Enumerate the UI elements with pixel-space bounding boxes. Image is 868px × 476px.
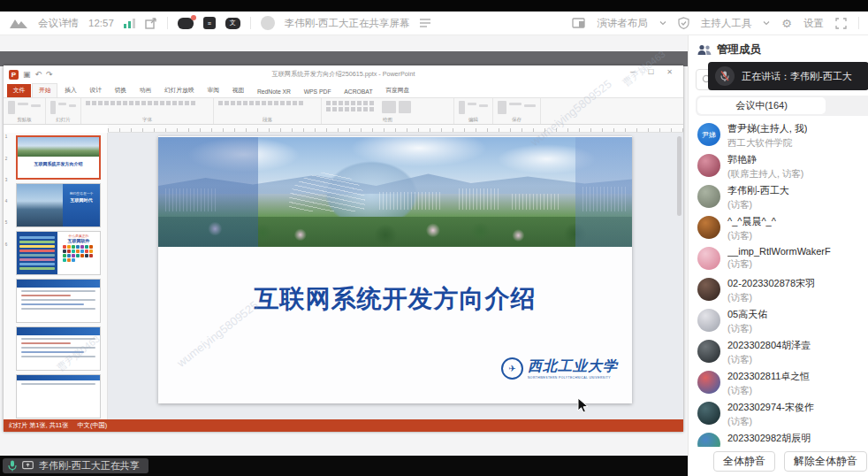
slide-thumbnail-6[interactable] <box>16 374 101 418</box>
participant-role: (访客) <box>727 258 831 271</box>
mic-muted-icon <box>720 71 729 81</box>
ribbon-tab-2[interactable]: 插入 <box>58 84 82 97</box>
ribbon-tab-5[interactable]: 动画 <box>133 84 157 97</box>
mouse-cursor <box>577 397 589 413</box>
slide-scrollbar[interactable] <box>677 136 681 216</box>
thumbnail-number: 4 <box>5 199 8 203</box>
ribbon-tab-12[interactable]: 百度网盘 <box>379 84 415 97</box>
participant-row[interactable]: 2023302804胡泽壹(访客) <box>697 339 868 370</box>
chevron-down-icon <box>763 19 770 27</box>
ribbon-group-0[interactable]: 剪贴板 <box>4 98 46 124</box>
panel-header: 管理成员 <box>697 42 761 58</box>
ppt-title-bar: P ▣ ↶ ↷ 互联网系统开发方向介绍250615.pptx - PowerPo… <box>4 65 683 83</box>
participant-row[interactable]: 李伟刚-西工大(访客) <box>697 184 868 215</box>
participant-row[interactable]: 2023302811卓之恒(访客) <box>697 370 868 401</box>
slide-thumbnail-2[interactable]: 我们生活在一个互联网时代 <box>16 183 101 227</box>
participant-row[interactable]: __imp_RtlWormWakerF(访客) <box>697 246 868 277</box>
participant-role: (访客) <box>727 323 767 335</box>
slide-thumbnail-1[interactable]: 互联网系统开发方向介绍 <box>16 135 101 180</box>
participant-row[interactable]: 2023302974-宋俊作(访客) <box>697 401 868 432</box>
sharing-status-pill[interactable]: 李伟刚-西工大正在共享 <box>3 458 148 473</box>
ribbon-tab-1[interactable]: 开始 <box>32 83 57 97</box>
meeting-notes-icon[interactable]: ≡ <box>203 17 216 29</box>
participants-list[interactable]: 尹娣曹尹娣(主持人, 我)西工大软件学院郭艳静(联席主持人, 访客)李伟刚-西工… <box>689 122 868 463</box>
ppt-ribbon: 剪贴板幻灯片字体段落绘图编辑保存 <box>4 98 683 125</box>
members-icon <box>697 44 712 56</box>
participant-name: 2023302804胡泽壹 <box>727 339 811 352</box>
ribbon-tab-0[interactable]: 文件 <box>7 84 31 97</box>
slide-thumbnail-5[interactable] <box>16 326 101 371</box>
meeting-time: 12:57 <box>88 18 114 28</box>
ribbon-tab-6[interactable]: 幻灯片放映 <box>158 84 201 97</box>
screen-share-view: P ▣ ↶ ↷ 互联网系统开发方向介绍250615.pptx - PowerPo… <box>0 35 688 456</box>
participant-role: (访客) <box>727 199 789 211</box>
cloud-recording-icon[interactable] <box>178 18 194 29</box>
participant-name: __imp_RtlWormWakerF <box>727 246 831 257</box>
participant-name: 2023302811卓之恒 <box>727 370 810 383</box>
language-indicator[interactable]: 中文(中国) <box>78 421 108 430</box>
ppt-slide-area: 互联网系统开发方向介绍 ✈ 西北工业大学 NORTHWESTERN POLYTE… <box>108 133 683 419</box>
ribbon-group-label: 幻灯片 <box>50 117 76 123</box>
chevron-down-icon <box>659 19 666 27</box>
powerpoint-window: P ▣ ↶ ↷ 互联网系统开发方向介绍250615.pptx - PowerPo… <box>4 65 683 432</box>
participant-avatar <box>697 278 720 301</box>
ribbon-tab-4[interactable]: 切换 <box>109 84 133 97</box>
meeting-details-button[interactable]: 会议详情 <box>38 17 79 30</box>
ribbon-group-label: 绘图 <box>326 117 449 123</box>
ribbon-group-label: 段落 <box>218 117 316 123</box>
captions-icon[interactable]: 文 <box>225 18 240 29</box>
tab-in-meeting[interactable]: 会议中(164) <box>697 97 826 114</box>
ribbon-group-3[interactable]: 段落 <box>214 98 322 124</box>
slide-title: 互联网系统开发方向介绍 <box>158 282 632 316</box>
participant-avatar <box>697 185 720 208</box>
participant-role: (访客) <box>727 292 815 304</box>
ribbon-group-1[interactable]: 幻灯片 <box>46 98 81 124</box>
ribbon-group-2[interactable]: 字体 <box>81 98 214 124</box>
ribbon-tab-9[interactable]: RedNote XR <box>251 87 297 97</box>
ribbon-tab-10[interactable]: WPS PDF <box>298 87 338 97</box>
ribbon-tab-8[interactable]: 视图 <box>226 84 250 97</box>
ribbon-group-5[interactable]: 编辑 <box>454 98 493 124</box>
participant-name: 2023302974-宋俊作 <box>727 401 814 414</box>
share-options-icon[interactable] <box>420 19 430 27</box>
gear-icon: ⚙ <box>781 17 792 30</box>
ribbon-tab-11[interactable]: ACROBAT <box>338 87 378 97</box>
participant-row[interactable]: ^_^晨晨^_^(访客) <box>697 215 868 246</box>
slide-thumbnail-3[interactable]: 什么是真正的互联网软件 <box>16 231 101 275</box>
settings-button[interactable]: 设置 <box>803 17 824 30</box>
participant-name: 02-2023302878宋羽 <box>727 277 815 290</box>
host-tools-button[interactable]: 主持人工具 <box>701 17 752 30</box>
participant-avatar <box>697 340 720 363</box>
ribbon-tab-3[interactable]: 设计 <box>84 84 108 97</box>
thumbnail-number: 6 <box>5 242 8 247</box>
window-controls[interactable]: ─ ☐ ✕ <box>630 68 678 76</box>
participant-avatar <box>697 309 720 332</box>
mute-all-button[interactable]: 全体静音 <box>713 451 775 472</box>
layout-icon <box>572 18 585 28</box>
speaking-label: 正在讲话：李伟刚-西工大 <box>742 70 852 83</box>
layout-menu-button[interactable]: 演讲者布局 <box>597 17 648 30</box>
participant-row[interactable]: 尹娣曹尹娣(主持人, 我)西工大软件学院 <box>697 122 868 153</box>
participant-avatar <box>697 216 720 239</box>
participant-name: ^_^晨晨^_^ <box>727 215 776 228</box>
participant-row[interactable]: 郭艳静(联席主持人, 访客) <box>697 153 868 184</box>
panel-footer: 全体静音 解除全体静音 <box>689 447 868 476</box>
topbar-divider <box>250 17 251 29</box>
participant-name: 李伟刚-西工大 <box>727 184 789 197</box>
participant-row[interactable]: 05高天佑(访客) <box>697 308 868 339</box>
ribbon-tab-7[interactable]: 审阅 <box>202 84 225 97</box>
ppt-slide-thumbnails-panel: 1互联网系统开发方向介绍2我们生活在一个互联网时代3什么是真正的互联网软件456 <box>4 133 108 419</box>
participant-row[interactable]: 02-2023302878宋羽(访客) <box>697 277 868 308</box>
topbar-divider <box>167 17 168 29</box>
sharer-avatar <box>261 16 275 30</box>
unmute-all-button[interactable]: 解除全体静音 <box>784 451 867 472</box>
participant-name: 曹尹娣(主持人, 我) <box>727 122 807 135</box>
speaker-avatar <box>715 66 735 86</box>
participant-name: 05高天佑 <box>727 308 767 321</box>
pop-out-icon[interactable] <box>145 18 157 29</box>
ribbon-group-4[interactable]: 绘图 <box>322 98 454 124</box>
participant-role: 西工大软件学院 <box>727 137 807 150</box>
slide-thumbnail-4[interactable] <box>16 279 101 323</box>
ribbon-group-6[interactable]: 保存 <box>493 98 541 124</box>
fullscreen-icon[interactable] <box>835 18 847 29</box>
